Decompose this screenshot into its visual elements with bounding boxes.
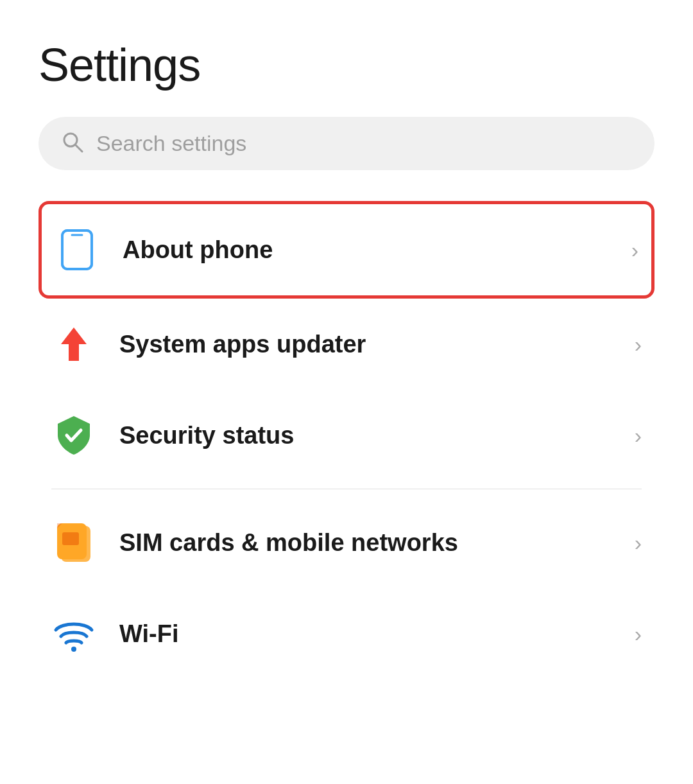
system-apps-updater-chevron: › <box>635 332 642 357</box>
settings-item-wifi[interactable]: Wi-Fi › <box>38 588 654 679</box>
sim-icon <box>51 520 96 565</box>
settings-item-system-apps-updater[interactable]: System apps updater › <box>38 299 654 390</box>
search-placeholder: Search settings <box>96 131 246 156</box>
divider <box>51 489 642 489</box>
search-icon <box>62 131 83 156</box>
arrow-up-icon <box>51 322 96 367</box>
settings-item-about-phone[interactable]: About phone › <box>38 201 654 299</box>
settings-list: About phone › System apps updater › Secu… <box>38 201 654 679</box>
svg-rect-3 <box>62 231 92 269</box>
svg-marker-6 <box>61 327 87 361</box>
wifi-icon <box>51 611 96 656</box>
sim-cards-chevron: › <box>635 530 642 555</box>
page-title: Settings <box>38 39 654 91</box>
security-status-chevron: › <box>635 423 642 448</box>
settings-item-security-status[interactable]: Security status › <box>38 390 654 481</box>
sim-cards-label: SIM cards & mobile networks <box>119 529 624 557</box>
security-status-label: Security status <box>119 422 624 449</box>
shield-check-icon <box>51 413 96 458</box>
system-apps-updater-label: System apps updater <box>119 331 624 358</box>
settings-item-sim-cards[interactable]: SIM cards & mobile networks › <box>38 497 654 588</box>
svg-point-10 <box>71 647 76 652</box>
about-phone-chevron: › <box>631 238 638 263</box>
wifi-label: Wi-Fi <box>119 620 624 648</box>
phone-icon <box>55 227 99 272</box>
wifi-chevron: › <box>635 622 642 647</box>
search-bar[interactable]: Search settings <box>38 117 654 170</box>
svg-rect-9 <box>62 532 79 545</box>
svg-line-1 <box>76 145 82 152</box>
about-phone-label: About phone <box>123 236 621 264</box>
